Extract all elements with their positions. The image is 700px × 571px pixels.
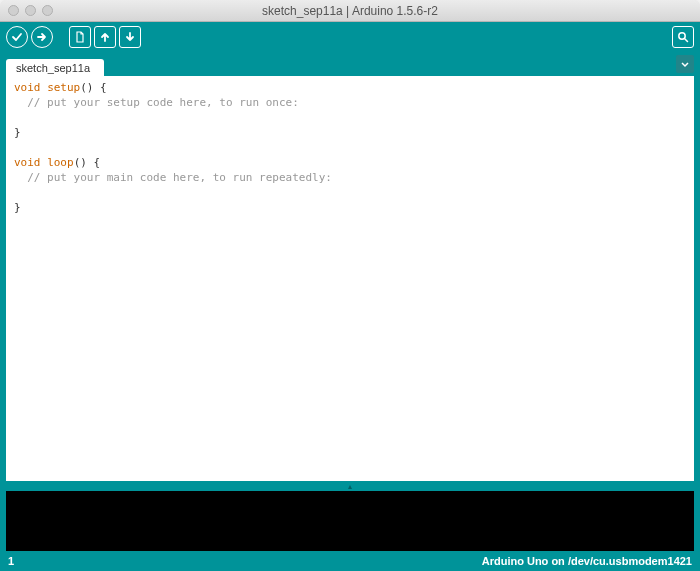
zoom-window-button[interactable] [42, 5, 53, 16]
new-button[interactable] [69, 26, 91, 48]
traffic-lights [8, 5, 53, 16]
code-content: void setup() { // put your setup code he… [6, 76, 694, 219]
status-line-number: 1 [8, 555, 14, 567]
arrow-up-icon [99, 31, 111, 43]
verify-button[interactable] [6, 26, 28, 48]
status-board-port: Arduino Uno on /dev/cu.usbmodem1421 [482, 555, 692, 567]
arrow-down-icon [124, 31, 136, 43]
tab-menu-button[interactable] [676, 55, 694, 73]
chevron-down-icon [680, 59, 690, 69]
file-icon [74, 31, 86, 43]
tab-bar: sketch_sep11a [0, 52, 700, 76]
save-button[interactable] [119, 26, 141, 48]
serial-monitor-button[interactable] [672, 26, 694, 48]
app-window: sketch_sep11a | Arduino 1.5.6-r2 [0, 0, 700, 571]
status-bar: 1 Arduino Uno on /dev/cu.usbmodem1421 [0, 551, 700, 571]
check-icon [11, 31, 23, 43]
titlebar: sketch_sep11a | Arduino 1.5.6-r2 [0, 0, 700, 22]
code-editor[interactable]: void setup() { // put your setup code he… [0, 76, 700, 481]
minimize-window-button[interactable] [25, 5, 36, 16]
tab-sketch[interactable]: sketch_sep11a [6, 59, 104, 77]
open-button[interactable] [94, 26, 116, 48]
close-window-button[interactable] [8, 5, 19, 16]
arrow-right-icon [36, 31, 48, 43]
upload-button[interactable] [31, 26, 53, 48]
magnifier-icon [677, 31, 689, 43]
toolbar [0, 22, 700, 52]
console-output [0, 491, 700, 551]
split-handle[interactable]: ▴ [0, 481, 700, 491]
window-title: sketch_sep11a | Arduino 1.5.6-r2 [0, 4, 700, 18]
